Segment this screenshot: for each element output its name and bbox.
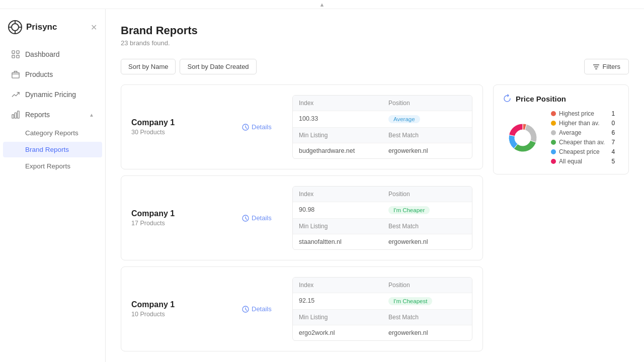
legend-item-cheapest: Cheapest price 4 xyxy=(551,148,615,155)
chevron-up-icon[interactable]: ▲ xyxy=(319,2,325,8)
index-value: 92.15 xyxy=(293,293,382,309)
legend-value: 4 xyxy=(608,148,615,155)
index-header: Index xyxy=(293,187,382,202)
legend-item-equal: All equal 5 xyxy=(551,158,615,165)
filters-button[interactable]: Filters xyxy=(584,59,629,74)
legend-value: 6 xyxy=(608,129,615,136)
brand-table: Index Position 100.33 Average Min Listin… xyxy=(292,95,472,159)
sidebar-item-category-reports[interactable]: Category Reports xyxy=(3,125,102,141)
brand-products: 10 Products xyxy=(131,311,232,318)
brand-cards-area: Company 1 30 Products Details Index Posi… xyxy=(121,84,483,351)
sidebar-item-export-reports[interactable]: Export Reports xyxy=(3,158,102,174)
sidebar-item-category-reports-label: Category Reports xyxy=(25,129,78,137)
sidebar-item-reports[interactable]: Reports ▲ xyxy=(3,105,102,124)
sidebar-item-dashboard[interactable]: Dashboard xyxy=(3,45,102,64)
svg-rect-9 xyxy=(17,55,19,58)
brand-table-header-row: Index Position xyxy=(293,278,472,293)
price-position-title: Price Position xyxy=(516,95,566,103)
position-badge: Average xyxy=(388,115,420,123)
brand-card: Company 1 10 Products Details Index Posi… xyxy=(121,266,483,351)
filter-icon xyxy=(593,63,600,70)
position-badge: I'm Cheaper xyxy=(388,206,430,214)
brand-details-label: Details xyxy=(252,305,272,313)
best-match-header: Best Match xyxy=(382,128,472,143)
legend-dot xyxy=(551,130,556,135)
brand-table-listing-row: staanofaltten.nl ergowerken.nl xyxy=(293,234,472,249)
price-position-body: Highest price 1 Higher than av. 0 Averag… xyxy=(503,110,619,165)
brand-info: Company 1 17 Products xyxy=(131,209,232,227)
donut-segment xyxy=(525,124,537,142)
grid-icon xyxy=(11,50,20,59)
position-header: Position xyxy=(382,278,472,293)
svg-rect-6 xyxy=(12,51,15,53)
brand-name: Company 1 xyxy=(131,118,232,127)
brand-table-min-header-row: Min Listing Best Match xyxy=(293,128,472,143)
listing-value: staanofaltten.nl xyxy=(293,234,382,249)
legend-item-average: Average 6 xyxy=(551,129,615,136)
min-listing-header: Min Listing xyxy=(293,310,382,325)
box-icon xyxy=(11,70,20,79)
sidebar-item-brand-reports[interactable]: Brand Reports xyxy=(3,142,102,157)
position-value: I'm Cheapest xyxy=(382,293,472,309)
legend-value: 5 xyxy=(608,158,615,165)
legend-value: 7 xyxy=(608,139,615,146)
sort-by-date-button[interactable]: Sort by Date Created xyxy=(180,59,256,74)
legend-label: Higher than av. xyxy=(559,120,605,127)
clock-icon xyxy=(242,306,249,313)
brand-card: Company 1 30 Products Details Index Posi… xyxy=(121,84,483,169)
svg-rect-7 xyxy=(17,51,19,53)
legend-label: Highest price xyxy=(559,110,605,117)
legend-dot xyxy=(551,149,556,154)
legend-dot xyxy=(551,121,556,126)
brand-details-label: Details xyxy=(252,214,272,222)
brand-table-min-header-row: Min Listing Best Match xyxy=(293,219,472,234)
sidebar-item-brand-reports-label: Brand Reports xyxy=(25,146,69,153)
min-listing-header: Min Listing xyxy=(293,128,382,143)
svg-rect-12 xyxy=(15,113,17,118)
sidebar-item-products[interactable]: Products xyxy=(3,65,102,84)
donut-segment xyxy=(509,124,523,136)
svg-rect-10 xyxy=(12,72,19,78)
legend-value: 1 xyxy=(608,110,615,117)
sidebar: Prisync ✕ Dashboard Products xyxy=(0,9,106,362)
legend-value: 0 xyxy=(608,120,615,127)
price-position-panel: Price Position Highest price 1 Higher th… xyxy=(493,84,629,174)
index-header: Index xyxy=(293,278,382,293)
sort-by-name-button[interactable]: Sort by Name xyxy=(121,59,176,74)
brand-details-link[interactable]: Details xyxy=(242,123,282,131)
reports-expand-icon: ▲ xyxy=(89,112,94,118)
brand-table: Index Position 92.15 I'm Cheapest Min Li… xyxy=(292,277,472,341)
page-subtitle: 23 brands found. xyxy=(121,39,629,47)
best-match-header: Best Match xyxy=(382,310,472,325)
brand-details-link[interactable]: Details xyxy=(242,305,282,313)
match-value: ergowerken.nl xyxy=(382,325,472,340)
clock-icon xyxy=(242,215,249,222)
position-header: Position xyxy=(382,96,472,111)
legend-item-cheaper: Cheaper than av. 7 xyxy=(551,139,615,146)
brand-info: Company 1 30 Products xyxy=(131,118,232,136)
svg-rect-8 xyxy=(12,55,15,58)
brand-table: Index Position 90.98 I'm Cheaper Min Lis… xyxy=(292,186,472,250)
position-badge: I'm Cheapest xyxy=(388,297,432,305)
best-match-header: Best Match xyxy=(382,219,472,234)
brand-table-data-row: 92.15 I'm Cheapest xyxy=(293,293,472,310)
brand-table-min-header-row: Min Listing Best Match xyxy=(293,310,472,325)
legend-dot xyxy=(551,159,556,164)
listing-value: ergo2work.nl xyxy=(293,325,382,340)
brand-details-link[interactable]: Details xyxy=(242,214,282,222)
sidebar-item-dynamic-pricing-label: Dynamic Pricing xyxy=(25,90,94,99)
sidebar-item-export-reports-label: Export Reports xyxy=(25,162,70,170)
sidebar-item-dynamic-pricing[interactable]: Dynamic Pricing xyxy=(3,85,102,104)
listing-value: budgethardware.net xyxy=(293,143,382,158)
brand-products: 17 Products xyxy=(131,220,232,227)
bar-chart-icon xyxy=(11,110,20,119)
page-title: Brand Reports xyxy=(121,24,629,37)
clock-icon xyxy=(242,124,249,131)
main-content: Brand Reports 23 brands found. Sort by N… xyxy=(106,9,644,362)
brand-name: Company 1 xyxy=(131,300,232,309)
legend-label: All equal xyxy=(559,158,605,165)
sidebar-collapse-button[interactable]: ✕ xyxy=(91,23,97,32)
logo-text: Prisync xyxy=(26,22,57,32)
brand-card: Company 1 17 Products Details Index Posi… xyxy=(121,175,483,260)
legend-item-higher: Higher than av. 0 xyxy=(551,120,615,127)
